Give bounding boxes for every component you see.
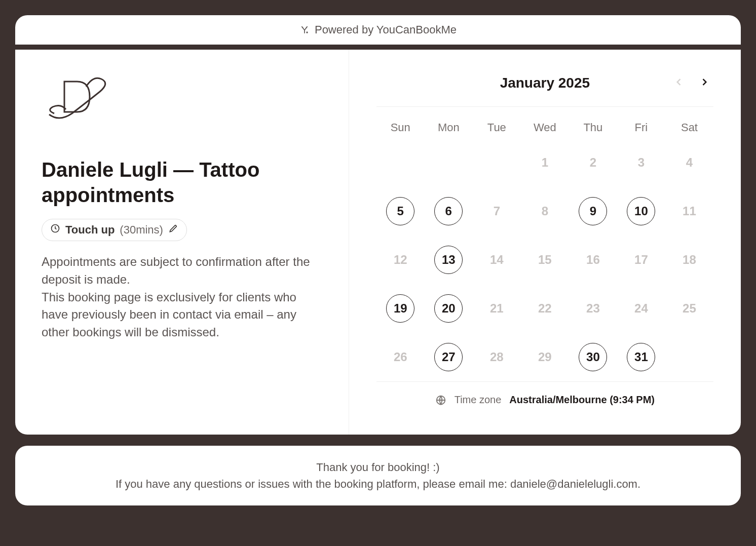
service-name: Touch up <box>65 223 115 237</box>
page-title: Daniele Lugli — Tattoo appointments <box>42 157 322 208</box>
day-available[interactable]: 10 <box>627 197 655 225</box>
day-unavailable: 17 <box>627 246 655 274</box>
day-cell: 12 <box>376 236 425 284</box>
day-unavailable: 2 <box>579 148 607 177</box>
day-cell: 27 <box>425 333 473 381</box>
clock-icon <box>50 223 60 237</box>
calendar-panel: January 2025 SunMonTueWedThuFriSat 12345… <box>349 50 741 435</box>
footer-line-2: If you have any questions or issues with… <box>27 476 729 492</box>
day-available[interactable]: 27 <box>434 343 463 371</box>
day-cell: 13 <box>425 236 473 284</box>
day-cell: 29 <box>521 333 569 381</box>
day-cell: 7 <box>473 187 521 236</box>
service-duration: (30mins) <box>120 223 163 237</box>
day-unavailable: 8 <box>531 197 559 225</box>
day-cell <box>473 138 521 187</box>
globe-icon <box>435 395 446 406</box>
edit-icon <box>168 223 178 237</box>
day-cell: 11 <box>665 187 713 236</box>
day-unavailable: 21 <box>482 294 511 323</box>
day-unavailable: 7 <box>482 197 511 225</box>
day-unavailable: 1 <box>531 148 559 177</box>
day-cell: 26 <box>376 333 425 381</box>
description: Appointments are subject to confirmation… <box>42 253 322 341</box>
powered-by-bar[interactable]: Powered by YouCanBookMe <box>15 15 741 45</box>
day-cell: 5 <box>376 187 425 236</box>
day-cell <box>376 138 425 187</box>
ycbm-logo-icon <box>299 25 310 35</box>
day-cell: 4 <box>665 138 713 187</box>
calendar-header: January 2025 <box>376 70 713 106</box>
day-unavailable: 4 <box>675 148 703 177</box>
booking-card: Powered by YouCanBookMe Daniele Lugli — … <box>15 15 741 435</box>
day-cell: 15 <box>521 236 569 284</box>
description-line-1: Appointments are subject to confirmation… <box>42 255 310 286</box>
description-line-2: This booking page is exclusively for cli… <box>42 290 296 339</box>
day-unavailable: 12 <box>386 246 414 274</box>
day-unavailable: 11 <box>675 197 703 225</box>
day-cell: 1 <box>521 138 569 187</box>
day-cell: 10 <box>617 187 665 236</box>
day-cell: 23 <box>569 284 617 333</box>
day-cell: 8 <box>521 187 569 236</box>
weekday-row: SunMonTueWedThuFriSat <box>376 111 713 138</box>
day-cell <box>665 333 713 381</box>
day-cell <box>425 138 473 187</box>
day-cell: 22 <box>521 284 569 333</box>
day-unavailable: 25 <box>675 294 703 323</box>
day-unavailable: 23 <box>579 294 607 323</box>
day-unavailable: 14 <box>482 246 511 274</box>
brand-logo <box>42 74 292 127</box>
content-area: Daniele Lugli — Tattoo appointments Touc… <box>15 50 741 435</box>
next-month-button[interactable] <box>695 73 713 91</box>
day-available[interactable]: 5 <box>386 197 414 225</box>
svg-point-0 <box>306 31 308 33</box>
day-cell: 30 <box>569 333 617 381</box>
prev-month-button <box>670 73 688 91</box>
day-cell: 16 <box>569 236 617 284</box>
day-unavailable: 3 <box>627 148 655 177</box>
day-cell: 3 <box>617 138 665 187</box>
day-available[interactable]: 6 <box>434 197 463 225</box>
day-unavailable: 26 <box>386 343 414 371</box>
calendar-divider <box>376 106 713 107</box>
day-cell: 24 <box>617 284 665 333</box>
day-cell: 31 <box>617 333 665 381</box>
day-cell: 2 <box>569 138 617 187</box>
weekday-label: Sun <box>376 121 425 134</box>
day-unavailable: 22 <box>531 294 559 323</box>
day-cell: 18 <box>665 236 713 284</box>
day-available[interactable]: 13 <box>434 246 463 274</box>
service-pill[interactable]: Touch up (30mins) <box>42 219 187 241</box>
day-unavailable: 18 <box>675 246 703 274</box>
powered-by-label: Powered by YouCanBookMe <box>315 23 457 36</box>
day-unavailable: 24 <box>627 294 655 323</box>
timezone-row[interactable]: Time zone Australia/Melbourne (9:34 PM) <box>376 381 713 411</box>
day-available[interactable]: 31 <box>627 343 655 371</box>
day-cell: 25 <box>665 284 713 333</box>
day-available[interactable]: 20 <box>434 294 463 323</box>
day-unavailable: 16 <box>579 246 607 274</box>
timezone-value: Australia/Melbourne (9:34 PM) <box>509 394 655 406</box>
day-cell: 6 <box>425 187 473 236</box>
day-cell: 20 <box>425 284 473 333</box>
day-cell: 9 <box>569 187 617 236</box>
info-panel: Daniele Lugli — Tattoo appointments Touc… <box>15 50 349 435</box>
day-cell: 14 <box>473 236 521 284</box>
day-available[interactable]: 19 <box>386 294 414 323</box>
weekday-label: Fri <box>617 121 665 134</box>
weekday-label: Sat <box>665 121 713 134</box>
weekday-label: Tue <box>473 121 521 134</box>
day-cell: 21 <box>473 284 521 333</box>
weekday-label: Wed <box>521 121 569 134</box>
accent-strip <box>15 45 741 50</box>
weekday-label: Thu <box>569 121 617 134</box>
day-available[interactable]: 30 <box>579 343 607 371</box>
day-unavailable: 28 <box>482 343 511 371</box>
day-available[interactable]: 9 <box>579 197 607 225</box>
month-label: January 2025 <box>500 75 590 91</box>
timezone-label: Time zone <box>455 394 502 406</box>
day-cell: 17 <box>617 236 665 284</box>
day-unavailable: 29 <box>531 343 559 371</box>
footer-line-1: Thank you for booking! :) <box>27 459 729 476</box>
